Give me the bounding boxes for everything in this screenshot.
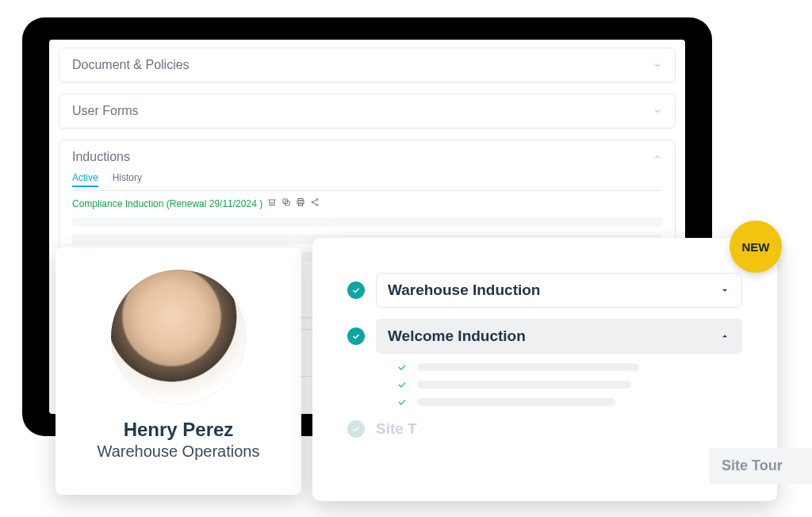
welcome-subtasks	[396, 362, 742, 408]
induction-item-title: Welcome Induction	[388, 327, 526, 345]
induction-item-title: Warehouse Induction	[388, 281, 540, 299]
check-circle-icon	[347, 327, 365, 345]
subtask-item	[396, 379, 742, 390]
check-icon	[396, 362, 408, 373]
skeleton-line	[417, 398, 615, 406]
skeleton-line	[417, 381, 631, 389]
profile-card: Henry Perez Warehouse Operations	[56, 247, 301, 495]
svg-point-5	[316, 199, 318, 201]
profile-name: Henry Perez	[124, 419, 234, 441]
tab-history[interactable]: History	[113, 172, 142, 187]
add-induction-wrap	[709, 448, 812, 484]
list-placeholder-row	[72, 217, 662, 227]
inductions-tabs: Active History	[72, 172, 662, 191]
accordion-documents[interactable]: Document & Policies	[59, 48, 676, 82]
avatar	[111, 270, 246, 404]
chevron-down-icon	[653, 60, 662, 70]
compliance-label[interactable]: Compliance Induction (Renewal 29/11/2024…	[72, 198, 262, 209]
svg-point-6	[312, 201, 313, 203]
print-icon[interactable]	[296, 197, 305, 209]
svg-point-7	[316, 205, 318, 206]
subtask-item	[396, 396, 742, 408]
skeleton-line	[417, 363, 639, 371]
induction-row-welcome: Welcome Induction	[347, 319, 742, 354]
profile-role: Warehouse Operations	[98, 442, 260, 461]
accordion-userforms[interactable]: User Forms	[59, 94, 676, 128]
induction-row-warehouse: Warehouse Induction	[347, 273, 742, 308]
induction-card: NEW Warehouse Induction Welcome Inductio…	[312, 238, 777, 501]
chevron-down-icon	[653, 106, 662, 116]
check-circle-icon	[347, 420, 365, 438]
check-icon	[396, 379, 408, 390]
subtask-item	[396, 362, 742, 373]
check-icon	[396, 396, 408, 408]
accordion-documents-title: Document & Policies	[72, 58, 190, 72]
share-icon[interactable]	[310, 197, 320, 209]
induction-row-sitetour-ghost: Site T	[347, 420, 742, 438]
copy-icon[interactable]	[282, 197, 291, 209]
trash-icon[interactable]	[267, 197, 277, 209]
induction-item-title-ghost: Site T	[376, 420, 417, 438]
caret-down-icon	[719, 285, 730, 296]
tab-active[interactable]: Active	[72, 172, 98, 187]
induction-item-welcome[interactable]: Welcome Induction	[376, 319, 742, 354]
induction-item-warehouse[interactable]: Warehouse Induction	[376, 273, 742, 308]
check-circle-icon	[347, 281, 365, 299]
chevron-up-icon	[653, 152, 662, 162]
new-badge: NEW	[730, 220, 782, 273]
accordion-inductions-title: Inductions	[72, 150, 130, 164]
add-induction-input[interactable]	[709, 448, 812, 484]
accordion-userforms-title: User Forms	[72, 104, 139, 118]
compliance-row: Compliance Induction (Renewal 29/11/2024…	[72, 191, 662, 209]
caret-up-icon	[719, 331, 730, 342]
